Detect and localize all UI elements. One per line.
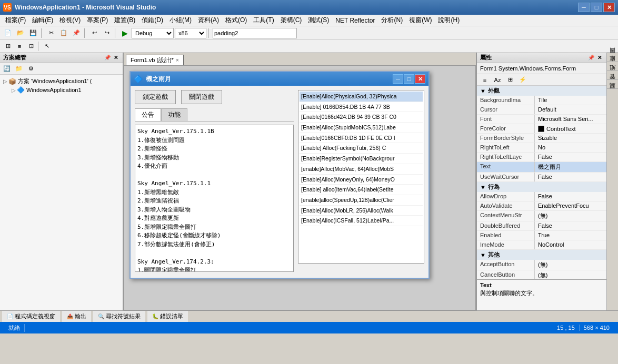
maximize-button[interactable]: □: [591, 3, 602, 12]
menu-item-e[interactable]: 編輯(E): [29, 15, 56, 26]
dialog-minimize-button[interactable]: ─: [393, 74, 403, 84]
cut-button[interactable]: ✂: [45, 28, 57, 38]
dialog-maximize-button[interactable]: □: [404, 74, 414, 84]
design-area[interactable]: 🔷 機之雨月 ─ □ ✕ 鎖定遊戲 關閉遊戲: [124, 65, 476, 310]
list-item[interactable]: [Enable]Alloc(StupidMobICS,512)Labe: [300, 123, 423, 133]
refresh-button[interactable]: 🔄: [1, 64, 13, 74]
menu-item-t[interactable]: 工具(T): [250, 15, 277, 26]
menu-item-c[interactable]: 架構(C): [277, 15, 305, 26]
panel-pin-button[interactable]: 📌: [104, 54, 111, 62]
menu-item-o[interactable]: 格式(O): [222, 15, 250, 26]
bottom-tab-錯誤清單[interactable]: 🐛錯誤清單: [147, 311, 188, 322]
props-header-buttons[interactable]: 📌 ✕: [587, 54, 603, 62]
form1-tab-close[interactable]: ×: [176, 57, 179, 63]
menu-item-m[interactable]: 小組(M): [166, 15, 195, 26]
list-item[interactable]: [enable]Alloc(MobVac, 64)Alloc(MobS: [300, 164, 423, 175]
list-item[interactable]: [Enable]0166d424:DB 94 39 CB 3F C0: [300, 112, 423, 123]
props-row[interactable]: BackgroundImaTile: [477, 96, 606, 105]
menu-item-v[interactable]: 檢視(V): [56, 15, 84, 26]
align-button[interactable]: ≡: [14, 41, 25, 52]
minimize-button[interactable]: ─: [578, 3, 590, 12]
props-alpha-button[interactable]: Az: [492, 75, 503, 85]
paste-button[interactable]: 📌: [71, 28, 82, 38]
props-row[interactable]: RightToLeftNo: [477, 143, 606, 153]
form1-tab[interactable]: Form1.vb [設計]* ×: [126, 55, 184, 65]
props-row[interactable]: FormBorderStyleSizable: [477, 134, 606, 143]
side-tab-屬[interactable]: 屬: [607, 88, 618, 97]
props-row[interactable]: DoubleBufferedFalse: [477, 221, 606, 231]
bottom-tab-尋找符號結果[interactable]: 🔍尋找符號結果: [93, 311, 145, 322]
panel-close-button[interactable]: ✕: [112, 54, 119, 62]
show-files-button[interactable]: 📁: [13, 64, 25, 74]
panel-header-buttons[interactable]: 📌 ✕: [104, 54, 119, 62]
props-row[interactable]: AcceptButton(無): [477, 260, 606, 270]
bottom-tab-輸出[interactable]: 📤輸出: [62, 311, 91, 322]
menu-item-a[interactable]: 資料(A): [195, 15, 222, 26]
list-item[interactable]: [Enable]RegisterSymbol(NoBackgrour: [300, 154, 423, 164]
dialog-close-button[interactable]: ✕: [415, 74, 425, 84]
side-tab-庫[interactable]: 庫: [607, 62, 618, 70]
list-item[interactable]: [enable]alloc(SpeedUp,128)alloc(Clier: [300, 195, 423, 206]
props-section-other[interactable]: ▼ 其他: [477, 250, 606, 260]
grid-button[interactable]: ⊡: [25, 41, 37, 52]
save-button[interactable]: 💾: [27, 28, 39, 38]
menu-item-f[interactable]: 檔案(F): [2, 15, 29, 26]
bottom-tab-程式碼定義視窗[interactable]: 📄程式碼定義視窗: [2, 311, 60, 322]
props-propgrid-button[interactable]: ⊞: [504, 75, 516, 85]
menu-item-d[interactable]: 偵錯(D): [138, 15, 166, 26]
redo-button[interactable]: ↪: [101, 28, 113, 38]
props-row[interactable]: RightToLeftLaycFalse: [477, 153, 606, 162]
props-row[interactable]: AutoValidateEnablePreventFocu: [477, 201, 606, 211]
menu-item-w[interactable]: 視窗(W): [406, 15, 435, 26]
props-row[interactable]: CursorDefault: [477, 105, 606, 115]
side-tab-圖[interactable]: 圖: [607, 53, 618, 62]
platform-select[interactable]: x86: [175, 28, 206, 38]
list-item[interactable]: [Enable]0166CBF0:DB 1D FE 0E CD I: [300, 133, 423, 144]
props-row[interactable]: FontMicrosoft Sans Seri...: [477, 115, 606, 124]
menu-item-p[interactable]: 專案(P): [84, 15, 111, 26]
props-row[interactable]: ContextMenuStr(無): [477, 211, 606, 221]
config-select[interactable]: Debug: [132, 28, 174, 38]
menu-item-s[interactable]: 測試(S): [305, 15, 332, 26]
list-item[interactable]: [Enable] alloc(ItemVac,64)label(SetIte: [300, 185, 423, 195]
props-row[interactable]: CancelButton(無): [477, 270, 606, 279]
list-item[interactable]: [Enable]Alloc(ICSFall, 512)Label/Pa...: [300, 216, 423, 226]
menu-item-netreflector[interactable]: NET Reflector: [332, 16, 378, 25]
props-row[interactable]: EnabledTrue: [477, 231, 606, 240]
props-row[interactable]: UseWaitCursorFalse: [477, 173, 606, 182]
side-tab-管[interactable]: 管: [607, 79, 618, 88]
props-events-button[interactable]: ⚡: [517, 75, 529, 85]
props-section-behavior[interactable]: ▼ 行為: [477, 182, 606, 192]
cheat-list[interactable]: [Enable]Alloc(PhysicalGod, 32)Physica[En…: [298, 90, 424, 264]
open-file-button[interactable]: 📂: [15, 28, 26, 38]
props-section-appearance[interactable]: ▼ 外觀: [477, 86, 606, 96]
props-category-button[interactable]: ≡: [479, 75, 491, 85]
menu-item-n[interactable]: 分析(N): [378, 15, 406, 26]
undo-button[interactable]: ↩: [88, 28, 100, 38]
side-tab-組[interactable]: 組: [607, 70, 618, 79]
props-row[interactable]: Text機之雨月: [477, 162, 606, 173]
menu-item-h[interactable]: 說明(H): [435, 15, 463, 26]
menu-item-b[interactable]: 建置(B): [111, 15, 138, 26]
features-tab[interactable]: 功能: [161, 108, 187, 121]
new-file-button[interactable]: 📄: [2, 28, 14, 38]
dialog-controls[interactable]: ─ □ ✕: [393, 74, 425, 84]
pointer-button[interactable]: ↖: [41, 41, 53, 52]
window-controls[interactable]: ─ □ ✕: [578, 3, 615, 12]
properties-button[interactable]: ⚙: [25, 64, 37, 74]
props-row[interactable]: AllowDropFalse: [477, 192, 606, 201]
search-input[interactable]: [213, 28, 297, 38]
list-item[interactable]: [Enable] 0166D854:DB 1B 4A 77 3B: [300, 102, 423, 113]
props-close-button[interactable]: ✕: [596, 54, 603, 62]
lock-game-button[interactable]: 鎖定遊戲: [135, 90, 176, 104]
announcement-textarea[interactable]: Sky Angel_Ver.175.1.1B 1.修復被值測問題 2.新增怪怪 …: [135, 125, 294, 272]
close-button[interactable]: ✕: [603, 3, 615, 12]
props-pin-button[interactable]: 📌: [587, 54, 595, 62]
list-item[interactable]: [Enable] Alloc(FuckingTubi, 256) C: [300, 143, 423, 154]
props-row[interactable]: ForeColorControlText: [477, 124, 606, 134]
copy-button[interactable]: 📋: [58, 28, 69, 38]
list-item[interactable]: [Enable]Alloc(MobLR, 256)Alloc(Walk: [300, 206, 423, 216]
solution-root-item[interactable]: ▷ 📦 方案 'WindowsApplication1' (: [1, 77, 122, 86]
props-row[interactable]: ImeModeNoControl: [477, 240, 606, 250]
list-item[interactable]: [Enable]Alloc(PhysicalGod, 32)Physica: [300, 92, 423, 102]
